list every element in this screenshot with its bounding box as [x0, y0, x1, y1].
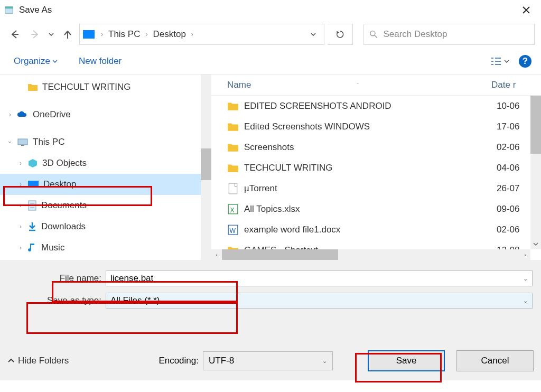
bottom-section: File name: license.bat ⌄ Save as type: A…: [0, 260, 541, 380]
forward-button[interactable]: [26, 26, 43, 43]
address-bar[interactable]: › This PC › Desktop ›: [79, 24, 324, 45]
file-name: EDITED SCREENSHOTS ANDROID: [244, 101, 497, 111]
chevron-down-icon[interactable]: ⌄: [523, 275, 528, 282]
tree-item-3d-objects[interactable]: › 3D Objects: [0, 153, 211, 174]
refresh-icon: [335, 30, 345, 39]
file-date: 02-06: [497, 142, 536, 153]
file-row[interactable]: EDITED SCREENSHOTS ANDROID10-06: [211, 96, 541, 116]
refresh-button[interactable]: [328, 24, 353, 45]
savetype-label: Save as type:: [0, 295, 106, 306]
svg-text:W: W: [229, 227, 236, 234]
file-row[interactable]: µTorrent26-07: [211, 178, 541, 199]
tree-item-onedrive[interactable]: › OneDrive: [0, 104, 211, 125]
downloads-icon: [27, 221, 37, 232]
file-name: µTorrent: [244, 183, 497, 194]
file-header: Nameˆ Date r: [211, 74, 541, 96]
tree-scrollbar[interactable]: [201, 74, 211, 260]
filename-row: File name: license.bat ⌄: [0, 269, 541, 287]
file-date: 26-07: [497, 183, 536, 194]
body-split: TECHCULT WRITING › OneDrive › This PC › …: [0, 74, 541, 260]
file-list: EDITED SCREENSHOTS ANDROID10-06Edited Sc…: [211, 96, 541, 260]
column-date[interactable]: Date r: [491, 80, 536, 90]
encoding-label: Encoding:: [158, 356, 199, 366]
recent-dropdown[interactable]: [46, 26, 56, 43]
file-name: Edited Screenshots WINDOWS: [244, 122, 497, 132]
chevron-down-icon[interactable]: ⌄: [322, 358, 327, 365]
tree-item-desktop[interactable]: › Desktop: [0, 174, 211, 195]
organize-menu[interactable]: Organize: [10, 53, 62, 70]
music-icon: [27, 242, 37, 253]
cancel-button[interactable]: Cancel: [456, 350, 534, 371]
crumb-desktop[interactable]: Desktop: [151, 28, 188, 41]
back-button[interactable]: [6, 26, 23, 43]
file-date: 09-06: [497, 204, 536, 214]
encoding-select[interactable]: UTF-8 ⌄: [203, 351, 333, 370]
file-scrollbar-h[interactable]: ‹ ›: [211, 249, 530, 260]
file-date: 10-06: [497, 101, 536, 111]
chevron-up-icon: [7, 357, 15, 365]
file-row[interactable]: Screenshots02-06: [211, 137, 541, 157]
tree-scroll-thumb[interactable]: [201, 148, 211, 180]
up-button[interactable]: [59, 26, 76, 43]
file-name: All Topics.xlsx: [244, 204, 497, 214]
encoding-group: Encoding: UTF-8 ⌄: [158, 351, 333, 370]
search-input[interactable]: [383, 29, 529, 40]
view-options[interactable]: [490, 57, 509, 66]
3d-icon: [27, 158, 38, 168]
svg-point-2: [370, 31, 375, 36]
pc-icon: [17, 138, 29, 146]
svg-rect-5: [28, 181, 39, 188]
filename-input[interactable]: license.bat ⌄: [106, 270, 533, 286]
desktop-icon: [27, 180, 39, 189]
tree-item-this-pc[interactable]: › This PC: [0, 132, 211, 153]
file-name: Screenshots: [244, 142, 497, 153]
file-scroll-thumb-h[interactable]: [222, 249, 338, 260]
file-date: 04-06: [497, 163, 536, 173]
save-button[interactable]: Save: [368, 350, 445, 371]
file-pane: Nameˆ Date r EDITED SCREENSHOTS ANDROID1…: [211, 74, 541, 260]
savetype-combo[interactable]: All Files (*.*) ⌄: [106, 293, 533, 309]
file-row[interactable]: Wexample word file1.docx02-06: [211, 219, 541, 240]
close-icon: [522, 6, 530, 14]
file-name: example word file1.docx: [244, 225, 497, 235]
svg-rect-3: [18, 139, 27, 145]
help-button[interactable]: ?: [519, 55, 531, 68]
tree-item-music[interactable]: › Music: [0, 237, 211, 258]
footer: Hide Folders Encoding: UTF-8 ⌄ Save Canc…: [0, 348, 541, 374]
nav-bar: › This PC › Desktop ›: [0, 20, 541, 49]
tree-item-downloads[interactable]: › Downloads: [0, 216, 211, 237]
tree-item-techcult[interactable]: TECHCULT WRITING: [0, 77, 211, 98]
svg-rect-1: [5, 7, 13, 9]
window-title: Save As: [19, 5, 52, 15]
search-box[interactable]: [363, 24, 535, 45]
chevron-down-icon[interactable]: ⌄: [523, 297, 528, 304]
crumb-this-pc[interactable]: This PC: [106, 28, 142, 41]
file-row[interactable]: XAll Topics.xlsx09-06: [211, 199, 541, 219]
folder-icon: [27, 82, 38, 92]
list-view-icon: [490, 57, 502, 66]
file-row[interactable]: Edited Screenshots WINDOWS17-06: [211, 116, 541, 137]
app-icon: [4, 5, 14, 15]
svg-rect-4: [21, 145, 24, 146]
documents-icon: [27, 200, 37, 211]
onedrive-icon: [17, 110, 29, 119]
close-button[interactable]: [516, 0, 537, 20]
toolbar: Organize New folder ?: [0, 49, 541, 74]
file-scrollbar-v[interactable]: [530, 96, 541, 249]
savetype-row: Save as type: All Files (*.*) ⌄: [0, 292, 541, 310]
pc-icon: [83, 30, 95, 39]
file-date: 02-06: [497, 225, 536, 235]
new-folder-button[interactable]: New folder: [74, 53, 126, 70]
file-row[interactable]: TECHCULT WRITING04-06: [211, 157, 541, 178]
file-scroll-thumb-v[interactable]: [530, 96, 541, 154]
file-date: 17-06: [497, 122, 536, 132]
hide-folders-button[interactable]: Hide Folders: [7, 356, 69, 366]
column-name[interactable]: Nameˆ: [217, 80, 491, 90]
tree-item-documents[interactable]: › Documents: [0, 195, 211, 216]
address-dropdown[interactable]: [306, 31, 321, 38]
filename-label: File name:: [0, 273, 106, 284]
svg-rect-7: [229, 183, 237, 194]
file-name: TECHCULT WRITING: [244, 163, 497, 173]
titlebar: Save As: [0, 0, 541, 20]
nav-tree: TECHCULT WRITING › OneDrive › This PC › …: [0, 74, 211, 260]
